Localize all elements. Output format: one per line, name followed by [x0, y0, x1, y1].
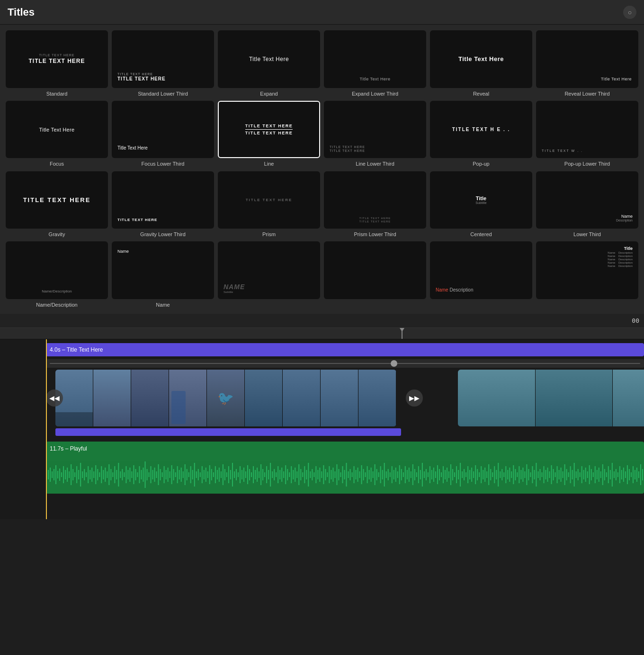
search-button[interactable]: ○ — [623, 6, 636, 19]
svg-rect-132 — [296, 471, 297, 478]
svg-rect-235 — [492, 472, 493, 477]
svg-rect-123 — [279, 470, 280, 479]
svg-rect-201 — [428, 472, 429, 477]
svg-rect-2 — [50, 468, 51, 482]
svg-rect-274 — [566, 469, 567, 480]
svg-rect-190 — [407, 470, 408, 479]
svg-rect-271 — [561, 468, 562, 482]
svg-rect-105 — [245, 471, 246, 478]
title-item-standard[interactable]: TITLE TEXT HERE TITLE TEXT HERE Standard — [6, 30, 108, 97]
svg-rect-128 — [289, 472, 290, 477]
title-item-focus-lower-third[interactable]: Title Text Here Focus Lower Third — [112, 101, 214, 168]
current-time-line — [46, 339, 47, 519]
title-item-name4[interactable]: Name Description — [430, 241, 532, 308]
svg-rect-138 — [308, 463, 309, 487]
title-item-centered[interactable]: Title Subtitle Centered — [430, 171, 532, 238]
svg-rect-183 — [394, 470, 394, 479]
title-item-popup[interactable]: TITLE TEXT H E . . Pop-up — [430, 101, 532, 168]
svg-rect-228 — [479, 472, 480, 477]
title-item-name-desc[interactable]: Name/Description Name/Description — [6, 241, 108, 308]
title-item-prism[interactable]: TITLE TEXT HERE Prism — [218, 171, 320, 238]
svg-rect-234 — [490, 469, 491, 480]
skip-forward-button[interactable]: ▶▶ — [406, 389, 423, 407]
video-scrubber[interactable] — [46, 359, 644, 368]
svg-rect-133 — [298, 464, 299, 485]
svg-rect-232 — [486, 471, 487, 478]
title-item-expand[interactable]: Title Text Here Expand — [218, 30, 320, 97]
audio-track-label-bar[interactable]: 11.7s – Playful — [46, 442, 644, 456]
svg-rect-313 — [640, 464, 641, 485]
svg-rect-166 — [361, 465, 362, 484]
svg-rect-81 — [200, 472, 201, 477]
svg-rect-151 — [332, 468, 333, 482]
title-thumb-name5: Title Name Description Name Description … — [536, 241, 638, 299]
svg-rect-41 — [124, 472, 125, 477]
title-thumb-standard-lower-third: TITLE TEXT HERE TITLE TEXT HERE — [112, 30, 214, 88]
svg-rect-47 — [135, 469, 136, 480]
svg-rect-67 — [173, 469, 174, 480]
title-label-standard: Standard — [46, 90, 68, 97]
svg-rect-215 — [454, 472, 455, 477]
svg-rect-145 — [321, 471, 322, 478]
title-item-expand-lower-third[interactable]: Title Text Here Expand Lower Third — [324, 30, 426, 97]
svg-rect-103 — [242, 470, 242, 479]
title-item-name[interactable]: Name Name — [112, 241, 214, 308]
svg-rect-36 — [114, 466, 115, 483]
svg-rect-180 — [388, 469, 389, 480]
svg-rect-303 — [621, 470, 622, 479]
svg-rect-277 — [572, 470, 573, 479]
svg-rect-102 — [240, 466, 241, 483]
title-item-gravity[interactable]: TITLE TEXT HERE Gravity — [6, 171, 108, 238]
title-item-focus[interactable]: Title Text Here Focus — [6, 101, 108, 168]
title-item-reveal-lower-third[interactable]: Title Text Here Reveal Lower Third — [536, 30, 638, 97]
title-item-popup-lower-third[interactable]: TITLE TEXT W . . Pop-up Lower Third — [536, 101, 638, 168]
svg-rect-203 — [431, 470, 432, 479]
svg-rect-244 — [509, 468, 510, 482]
title-label-line-lower-third: Line Lower Third — [356, 160, 394, 167]
svg-rect-110 — [255, 470, 256, 479]
svg-rect-227 — [477, 469, 478, 480]
title-item-gravity-lower-third[interactable]: TITLE TEXT HERE Gravity Lower Third — [112, 171, 214, 238]
skip-back-button[interactable]: ◀◀ — [46, 389, 63, 407]
title-item-line-lower-third[interactable]: TITLE TEXT HERE TITLE TEXT HERE Line Low… — [324, 101, 426, 168]
svg-rect-62 — [164, 466, 165, 483]
svg-rect-267 — [553, 469, 554, 480]
video-clip-secondary[interactable] — [458, 370, 644, 426]
title-track-bar[interactable]: 4.0s – Title Text Here — [46, 343, 644, 356]
title-item-line[interactable]: TITLE TEXT HERE TITLE TEXT HERE Line — [218, 101, 320, 168]
title-thumb-name4: Name Description — [430, 241, 532, 299]
svg-rect-65 — [170, 471, 170, 478]
video-frame: 🐦 — [207, 370, 245, 426]
svg-rect-205 — [435, 471, 436, 478]
title-item-lower-third[interactable]: Name Description Lower Third — [536, 171, 638, 238]
svg-rect-263 — [546, 470, 546, 479]
svg-rect-294 — [604, 469, 605, 480]
title-item-name2[interactable]: NAME Subtitle — [218, 241, 320, 308]
svg-rect-191 — [409, 468, 410, 482]
svg-rect-314 — [642, 469, 643, 480]
title-label-name-desc: Name/Description — [36, 301, 77, 308]
svg-rect-90 — [217, 470, 218, 479]
title-label-lower-third: Lower Third — [573, 231, 601, 238]
svg-rect-33 — [108, 464, 109, 485]
scrubber-handle[interactable] — [391, 360, 397, 367]
video-clip-main[interactable]: 🐦 — [55, 370, 396, 426]
video-frames-track: ◀◀ 🐦 — [46, 370, 644, 426]
svg-rect-54 — [149, 472, 150, 477]
svg-rect-124 — [281, 468, 282, 482]
svg-rect-273 — [564, 464, 565, 485]
title-item-prism-lower-third[interactable]: TITLE TEXT HERE TITLE TEXT HERE Prism Lo… — [324, 171, 426, 238]
svg-rect-8 — [61, 472, 62, 477]
svg-rect-135 — [302, 472, 303, 477]
titles-panel: TITLE TEXT HERE TITLE TEXT HERE Standard… — [0, 25, 644, 314]
title-item-name5[interactable]: Title Name Description Name Description … — [536, 241, 638, 308]
svg-rect-7 — [59, 469, 60, 481]
title-label-expand-lower-third: Expand Lower Third — [352, 90, 398, 97]
header: Titles ○ — [0, 0, 644, 25]
title-item-reveal[interactable]: Title Text Here Reveal — [430, 30, 532, 97]
svg-rect-256 — [532, 466, 533, 483]
title-item-standard-lower-third[interactable]: TITLE TEXT HERE TITLE TEXT HERE Standard… — [112, 30, 214, 97]
svg-rect-24 — [91, 468, 92, 482]
title-item-name3[interactable] — [324, 241, 426, 308]
svg-rect-265 — [549, 471, 550, 478]
